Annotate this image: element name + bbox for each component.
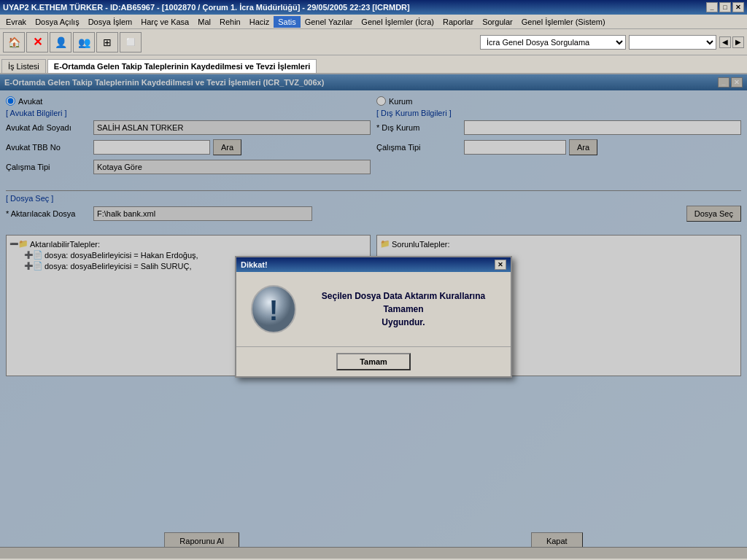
menu-raporlar[interactable]: Raporlar — [438, 16, 478, 28]
toolbar-users-button[interactable]: 👥 — [73, 32, 95, 52]
modal-ok-button[interactable]: Tamam — [336, 353, 411, 370]
tab-bar: İş Listesi E-Ortamda Gelen Takip Taleple… — [0, 55, 747, 74]
menu-genel-islemler-sistem[interactable]: Genel İşlemler (Sistem) — [517, 16, 610, 28]
nav-prev-button[interactable]: ◀ — [719, 36, 731, 48]
modal-close-button[interactable]: ✕ — [495, 260, 506, 270]
title-bar-buttons: _ □ ✕ — [706, 2, 744, 12]
modal-dialog: Dikkat! ✕ — [235, 256, 512, 378]
toolbar-close-button[interactable]: ✕ — [26, 32, 48, 52]
modal-info-icon: ! — [248, 284, 299, 335]
close-button[interactable]: ✕ — [732, 2, 744, 12]
menu-haciz[interactable]: Haciz — [245, 16, 274, 28]
menu-dosya-islem[interactable]: Dosya İşlem — [84, 16, 137, 28]
modal-overlay: Dikkat! ✕ — [0, 74, 747, 559]
modal-footer: Tamam — [236, 346, 511, 376]
menu-rehin[interactable]: Rehin — [215, 16, 245, 28]
modal-message-line2: Uygundur. — [308, 316, 499, 329]
toolbar: 🏠 ✕ 👤 👥 ⊞ ⬜ İcra Genel Dosya Sorgulama ◀… — [0, 29, 747, 55]
main-content: E-Ortamda Gelen Takip Taleplerinin Kayde… — [0, 74, 747, 559]
minimize-button[interactable]: _ — [706, 2, 718, 12]
menu-harc-kasa[interactable]: Harç ve Kasa — [136, 16, 193, 28]
title-text: UYAP2 K.ETHEM TÜRKER - ID:AB65967 - [100… — [3, 3, 410, 12]
menu-satis[interactable]: Satis — [274, 16, 300, 28]
secondary-combo-box[interactable] — [629, 35, 716, 50]
toolbar-extra-button[interactable]: ⬜ — [120, 32, 142, 52]
modal-title-text: Dikkat! — [241, 260, 268, 269]
title-bar: UYAP2 K.ETHEM TÜRKER - ID:AB65967 - [100… — [0, 0, 747, 15]
modal-message-line1: Seçilen Dosya Data Aktarım Kurallarına T… — [308, 289, 499, 316]
modal-title-bar: Dikkat! ✕ — [236, 257, 511, 272]
maximize-button[interactable]: □ — [719, 2, 731, 12]
tab-is-listesi[interactable]: İş Listesi — [1, 59, 46, 73]
toolbar-user-button[interactable]: 👤 — [50, 32, 71, 52]
menu-mal[interactable]: Mal — [193, 16, 215, 28]
menu-sorgular[interactable]: Sorgular — [478, 16, 517, 28]
modal-message-container: Seçilen Dosya Data Aktarım Kurallarına T… — [308, 289, 499, 329]
toolbar-grid-button[interactable]: ⊞ — [96, 32, 118, 52]
menu-genel-yazilar[interactable]: Genel Yazılar — [301, 16, 357, 28]
modal-body: ! Seçilen Dosya Data Aktarım Kurallarına… — [236, 272, 511, 346]
menu-evrak[interactable]: Evrak — [1, 16, 31, 28]
toolbar-home-button[interactable]: 🏠 — [3, 32, 25, 52]
menu-genel-islemler-icra[interactable]: Genel İşlemler (İcra) — [357, 16, 438, 28]
nav-arrows: ◀ ▶ — [719, 36, 744, 48]
menu-bar: Evrak Dosya Açılış Dosya İşlem Harç ve K… — [0, 15, 747, 29]
main-combo-box[interactable]: İcra Genel Dosya Sorgulama — [480, 35, 626, 50]
tab-e-ortamda[interactable]: E-Ortamda Gelen Takip Taleplerinin Kayde… — [47, 59, 317, 73]
menu-dosya-acilis[interactable]: Dosya Açılış — [31, 16, 84, 28]
toolbar-right: İcra Genel Dosya Sorgulama ◀ ▶ — [480, 35, 744, 50]
nav-next-button[interactable]: ▶ — [732, 36, 744, 48]
svg-text:!: ! — [269, 295, 279, 326]
